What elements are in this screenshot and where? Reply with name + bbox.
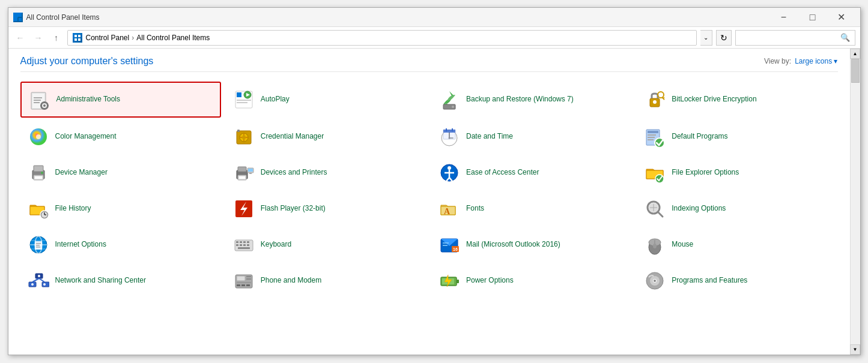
svg-point-122 — [31, 283, 34, 286]
refresh-button[interactable]: ↻ — [716, 30, 732, 46]
svg-rect-103 — [240, 244, 242, 246]
svg-line-85 — [658, 212, 663, 217]
item-date-time[interactable]: Date and Time — [431, 120, 632, 154]
viewby-value[interactable]: Large icons ▾ — [795, 57, 837, 65]
default-programs-icon — [643, 125, 667, 149]
svg-point-27 — [452, 106, 454, 108]
item-network-sharing[interactable]: Network and Sharing Center — [20, 264, 221, 298]
path-dropdown[interactable]: ⌄ — [700, 30, 712, 46]
item-mail[interactable]: 16 Mail (Microsoft Outlook 2016) — [431, 228, 632, 262]
title-bar: All Control Panel Items − □ ✕ — [8, 8, 860, 27]
scrollbar-thumb[interactable] — [851, 59, 860, 83]
device-manager-label: Device Manager — [55, 168, 108, 178]
path-segment-2[interactable]: All Control Panel Items — [136, 34, 210, 42]
item-color-management[interactable]: Color Management — [20, 120, 221, 154]
indexing-icon — [643, 197, 667, 221]
close-button[interactable]: ✕ — [828, 8, 855, 27]
network-sharing-icon — [26, 269, 50, 293]
up-button[interactable]: ↑ — [49, 31, 64, 45]
maximize-button[interactable]: □ — [799, 8, 827, 27]
svg-rect-17 — [44, 108, 45, 110]
admin-tools-label: Administrative Tools — [56, 95, 121, 104]
item-mouse[interactable]: Mouse — [637, 228, 837, 262]
item-default-programs[interactable]: Default Programs — [637, 120, 837, 154]
admin-tools-icon — [28, 88, 52, 112]
address-bar: ← → ↑ Control Panel › All Control Panel … — [8, 27, 860, 49]
item-indexing[interactable]: Indexing Options — [637, 192, 837, 226]
item-flash-player[interactable]: Flash Player (32-bit) — [226, 192, 426, 226]
svg-rect-54 — [648, 134, 656, 136]
phone-modem-icon — [232, 269, 256, 293]
svg-rect-129 — [237, 282, 251, 283]
item-device-manager[interactable]: Device Manager — [20, 156, 221, 190]
item-credential-manager[interactable]: Credential Manager — [226, 120, 426, 154]
minimize-button[interactable]: − — [770, 8, 798, 27]
back-button[interactable]: ← — [13, 31, 28, 45]
ease-access-icon — [437, 161, 461, 185]
svg-rect-5 — [78, 35, 80, 37]
svg-line-121 — [39, 278, 44, 282]
credential-icon — [232, 125, 256, 149]
power-options-icon — [437, 269, 461, 293]
address-path[interactable]: Control Panel › All Control Panel Items — [67, 30, 697, 46]
item-internet-options[interactable]: Internet Options — [20, 228, 221, 262]
path-segment-1[interactable]: Control Panel — [86, 34, 130, 42]
bitlocker-icon — [643, 88, 667, 112]
item-phone-modem[interactable]: Phone and Modem — [226, 264, 426, 298]
svg-point-62 — [41, 172, 43, 174]
svg-rect-11 — [34, 100, 41, 101]
svg-rect-126 — [237, 276, 245, 281]
search-input[interactable] — [741, 34, 840, 42]
backup-label: Backup and Restore (Windows 7) — [466, 95, 574, 104]
svg-rect-66 — [239, 176, 245, 179]
page-title: Adjust your computer's settings — [20, 56, 154, 67]
svg-rect-110 — [443, 245, 448, 246]
svg-rect-18 — [40, 105, 42, 106]
svg-rect-98 — [236, 241, 238, 243]
item-backup-restore[interactable]: Backup and Restore (Windows 7) — [431, 82, 632, 118]
svg-rect-64 — [238, 167, 246, 172]
svg-rect-49 — [443, 130, 455, 133]
item-autoplay[interactable]: AutoPlay — [226, 82, 426, 118]
forward-button[interactable]: → — [31, 31, 46, 45]
svg-rect-21 — [237, 92, 241, 97]
flash-player-icon — [232, 197, 256, 221]
scroll-down-button[interactable]: ▼ — [850, 344, 860, 355]
svg-point-71 — [448, 166, 451, 170]
item-bitlocker[interactable]: BitLocker Drive Encryption — [637, 82, 837, 118]
programs-features-label: Programs and Features — [672, 276, 747, 286]
item-fonts[interactable]: A Fonts — [431, 192, 632, 226]
content-area: Adjust your computer's settings View by:… — [8, 49, 860, 355]
svg-rect-134 — [457, 280, 459, 283]
svg-line-32 — [663, 97, 664, 98]
svg-rect-131 — [241, 284, 245, 286]
item-file-history[interactable]: File History — [20, 192, 221, 226]
svg-rect-1 — [19, 14, 22, 17]
view-by-control: View by: Large icons ▾ — [764, 57, 838, 65]
svg-rect-2 — [14, 18, 17, 21]
item-programs-features[interactable]: Programs and Features — [637, 264, 837, 298]
phone-modem-label: Phone and Modem — [261, 276, 321, 286]
item-ease-access[interactable]: Ease of Access Center — [431, 156, 632, 190]
item-power-options[interactable]: Power Options — [431, 264, 632, 298]
svg-text:A: A — [444, 207, 451, 216]
scroll-up-button[interactable]: ▲ — [850, 49, 860, 59]
window-controls: − □ ✕ — [770, 8, 855, 27]
item-keyboard[interactable]: Keyboard — [226, 228, 426, 262]
file-history-icon — [26, 197, 50, 221]
svg-point-15 — [43, 104, 46, 107]
viewby-label: View by: — [764, 57, 791, 65]
item-file-explorer[interactable]: File Explorer Options — [637, 156, 837, 190]
item-devices-printers[interactable]: Devices and Printers — [226, 156, 426, 190]
window-title: All Control Panel Items — [26, 13, 770, 22]
keyboard-label: Keyboard — [261, 240, 291, 250]
scrollbar[interactable]: ▲ ▼ — [850, 49, 860, 355]
ease-access-label: Ease of Access Center — [466, 168, 539, 178]
svg-point-123 — [43, 283, 46, 286]
main-content: Adjust your computer's settings View by:… — [8, 49, 850, 355]
search-box[interactable]: 🔍 — [735, 30, 855, 46]
svg-rect-61 — [35, 176, 42, 179]
color-icon — [26, 125, 50, 149]
network-sharing-label: Network and Sharing Center — [55, 276, 146, 286]
item-administrative-tools[interactable]: Administrative Tools — [20, 82, 221, 118]
